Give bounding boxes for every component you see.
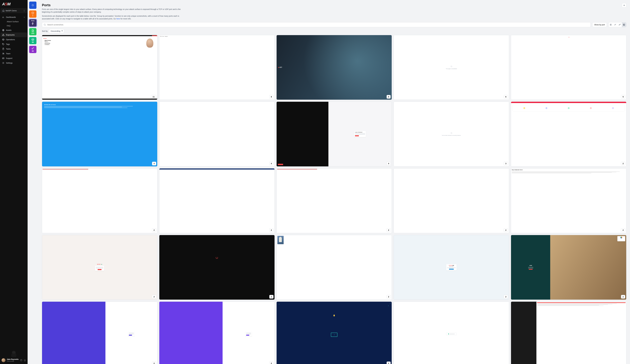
thumb-text: pentesting bbox=[45, 42, 50, 44]
card-count-badge: 2 bbox=[386, 228, 391, 232]
brand-logo: ASM bbox=[0, 0, 28, 7]
nav-support[interactable]: Support bbox=[0, 56, 27, 61]
bell-icon[interactable] bbox=[24, 359, 26, 362]
thumb-text: ASM bbox=[530, 265, 532, 266]
add-button[interactable] bbox=[622, 3, 626, 7]
nav-settings-label: Settings bbox=[6, 62, 13, 64]
screenshot-card[interactable] bbox=[511, 302, 626, 364]
clipboard-icon bbox=[2, 48, 4, 50]
screenshot-card[interactable]: 2 bbox=[159, 235, 275, 300]
view-chart-button[interactable] bbox=[617, 22, 622, 27]
nav-dashboards[interactable]: Dashboards bbox=[0, 15, 27, 19]
rail-tile-insights[interactable] bbox=[29, 1, 36, 9]
bolt-icon bbox=[31, 22, 34, 25]
nav-team-label: Team bbox=[6, 52, 10, 55]
box-icon bbox=[2, 38, 4, 41]
screenshot-card[interactable]: 2 bbox=[159, 168, 275, 233]
screenshot-card[interactable]: 5 bbox=[511, 35, 626, 100]
plus-icon bbox=[623, 4, 625, 6]
card-count-badge: 11 bbox=[151, 95, 156, 99]
screenshot-card[interactable]: 2 bbox=[159, 302, 275, 364]
card-count-badge: 4 bbox=[152, 162, 156, 165]
nav-tags[interactable]: Tags bbox=[0, 42, 27, 46]
rail-tile-ports[interactable]: Ports bbox=[29, 19, 36, 26]
nav-team[interactable]: Team bbox=[0, 51, 27, 56]
globe-icon bbox=[2, 29, 4, 31]
screenshot-card[interactable]: 2 bbox=[276, 235, 392, 300]
user-subtitle: View profile bbox=[7, 360, 19, 362]
nav-faq[interactable]: FAQ bbox=[6, 24, 27, 28]
screenshot-card[interactable]: ‎ 2 bbox=[42, 168, 157, 233]
rail-vuln-count: 1 bbox=[32, 15, 33, 16]
nav-tasks[interactable]: Tasks bbox=[0, 46, 27, 51]
screenshot-card[interactable]: 2 bbox=[394, 168, 509, 233]
view-list-button[interactable] bbox=[608, 22, 613, 27]
search-box[interactable] bbox=[42, 22, 591, 27]
brand-logo-a: A bbox=[2, 2, 5, 6]
brand-logo-m: M bbox=[7, 2, 10, 6]
view-grid-button[interactable] bbox=[622, 22, 626, 27]
rail-tile-assets[interactable]: 99 bbox=[29, 37, 36, 44]
sparkle-icon bbox=[31, 4, 34, 7]
screenshot-card[interactable]: :-| 2 bbox=[276, 302, 392, 364]
nav-attack-surface[interactable]: Attack Surface bbox=[6, 19, 27, 24]
screenshot-card[interactable]: NETSPI + ◐ 2 bbox=[42, 235, 157, 300]
thumb-text: Burp Collaborator Server bbox=[511, 168, 626, 171]
view-toggle bbox=[608, 22, 626, 27]
help-icon[interactable] bbox=[20, 359, 22, 362]
sort-select[interactable]: Descending bbox=[49, 29, 64, 33]
card-count-badge: 2 bbox=[621, 295, 625, 299]
screenshot-card[interactable]: ASM 2 bbox=[511, 235, 626, 300]
card-count-badge: 2 bbox=[152, 295, 156, 299]
nav-settings[interactable]: Settings bbox=[0, 61, 27, 65]
thumb-text: than a bbox=[45, 41, 48, 42]
screenshot-card[interactable]: 2 bbox=[42, 302, 157, 364]
card-count-badge: 2 bbox=[269, 295, 274, 299]
support-icon bbox=[2, 57, 4, 59]
rail-tile-docs[interactable]: 375 bbox=[29, 28, 36, 35]
nav-operations[interactable]: Operations bbox=[0, 37, 27, 42]
page-title: Ports bbox=[42, 3, 620, 7]
card-count-badge: 2 bbox=[504, 295, 508, 299]
screenshot-card[interactable]: RTT 8 bbox=[276, 35, 392, 100]
thumb-text: RTA San Jaques bbox=[159, 35, 274, 38]
card-count-badge: 2 bbox=[269, 362, 274, 364]
screenshot-card[interactable]: 2 bbox=[276, 168, 392, 233]
screenshot-card[interactable]: This page is unavailable 6 bbox=[394, 35, 509, 100]
screenshot-card[interactable]: Burp Collaborator Server 2 bbox=[511, 168, 626, 233]
page-lead-link[interactable]: here bbox=[116, 18, 120, 20]
screenshot-card[interactable]: 404 Web Site not found. 4 bbox=[42, 102, 157, 166]
shield-icon bbox=[31, 11, 34, 14]
page-lead-2: Screenshots are displayed for each port … bbox=[42, 15, 182, 20]
org-selector[interactable]: NetSPI Demo bbox=[1, 8, 27, 13]
card-count-badge: 2 bbox=[504, 228, 508, 232]
nav-operations-label: Operations bbox=[6, 38, 15, 40]
chevron-down-icon bbox=[23, 16, 26, 18]
rail-tile-vulns[interactable]: 1 bbox=[29, 10, 36, 18]
thumb-text: You've been blocked for security reasons… bbox=[442, 135, 461, 136]
nav-assets[interactable]: Assets bbox=[0, 28, 27, 32]
screenshot-card[interactable]: NETSPI Much more than a pentesting compa… bbox=[42, 35, 157, 100]
user-meta[interactable]: Jake Reynolds View profile bbox=[7, 359, 19, 362]
avatar[interactable] bbox=[2, 358, 6, 362]
page-lead-1: Ports are one of the single largest risk… bbox=[42, 8, 182, 13]
thumb-text: Welcome Back bbox=[447, 266, 456, 267]
view-trend-button[interactable] bbox=[613, 22, 617, 27]
screenshot-card[interactable]: RTA San Jaques 8 bbox=[159, 35, 275, 100]
list-icon bbox=[610, 23, 612, 26]
screenshot-card[interactable]: 2 bbox=[511, 102, 626, 166]
thumb-text: 404 Web Site not found. bbox=[44, 104, 155, 105]
nav-exposures[interactable]: Exposures bbox=[0, 32, 27, 37]
rail-tile-creds[interactable]: 60 bbox=[29, 46, 36, 53]
screenshot-card[interactable]: 4 bbox=[159, 102, 275, 166]
show-by-button[interactable]: Show by port bbox=[592, 22, 607, 27]
screenshot-card[interactable] bbox=[394, 302, 509, 364]
search-input[interactable] bbox=[47, 24, 589, 26]
screenshot-card[interactable]: Login to Dashboard 4 bbox=[276, 102, 392, 166]
screenshot-card[interactable]: ATTACKSIM Welcome Back 2 bbox=[394, 235, 509, 300]
chart-up-icon bbox=[618, 23, 621, 26]
screenshot-card[interactable]: You've been blocked for security reasons… bbox=[394, 102, 509, 166]
rail-doc-count: 375 bbox=[31, 32, 34, 34]
trend-icon bbox=[614, 23, 616, 26]
svg-point-13 bbox=[14, 352, 15, 353]
